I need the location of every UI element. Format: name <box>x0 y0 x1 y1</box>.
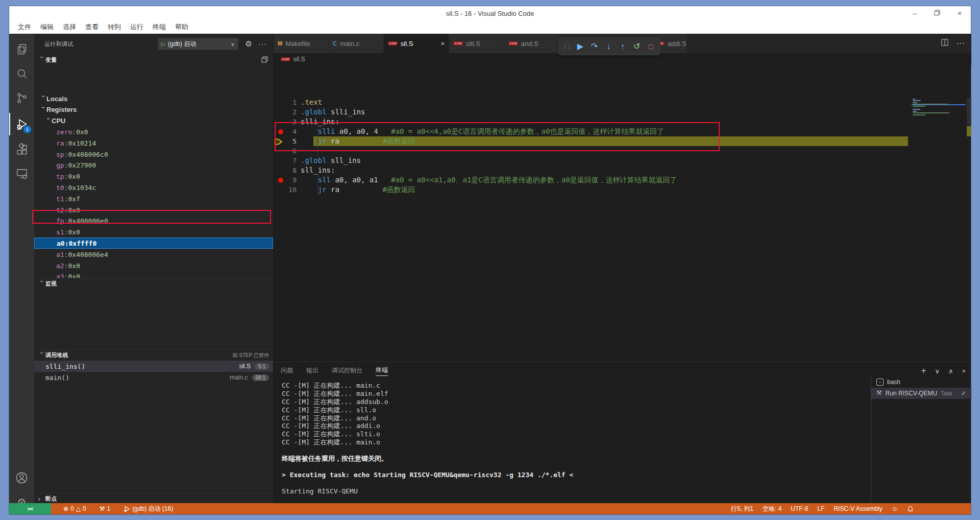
code-line-10[interactable]: 10 jr ra #函数返回 <box>274 185 971 195</box>
split-editor-icon[interactable] <box>941 39 948 48</box>
tab-sll-S[interactable]: ASMsll.S× <box>384 34 449 53</box>
menu-item-0[interactable]: 文件 <box>13 22 36 32</box>
callstack-section-header[interactable]: › 调用堆栈 因 STEP 已暂停 <box>34 349 273 361</box>
terminal-list-item-bash[interactable]: ›bash <box>871 376 971 388</box>
debug-session-status[interactable]: (gdb) 启动 (16) <box>124 505 173 513</box>
indentation[interactable]: 空格: 4 <box>763 505 781 513</box>
variables-section-header[interactable]: › 变量 <box>34 54 273 65</box>
explorer-icon[interactable] <box>9 38 34 60</box>
code-area[interactable]: 1.text2.globl slli_ins3slli_ins:4 slli a… <box>274 65 971 362</box>
eol[interactable]: LF <box>817 505 824 512</box>
code-line-3[interactable]: 3slli_ins: <box>274 117 971 127</box>
continue-button[interactable]: ▶ <box>574 42 586 51</box>
register-row-t1[interactable]: t1: 0xf <box>34 193 273 204</box>
register-row-gp[interactable]: gp: 0x27900 <box>34 160 273 171</box>
menu-item-6[interactable]: 终端 <box>148 22 170 32</box>
code-line-5[interactable]: 5 jr ra #函数返回 <box>274 136 971 146</box>
breakpoint-icon[interactable] <box>278 129 283 134</box>
tab-slti-S[interactable]: ASMslti.S <box>449 34 504 53</box>
register-name: a0: <box>57 240 68 247</box>
register-row-a1[interactable]: a1: 0x408006e4 <box>34 249 273 260</box>
cursor-position[interactable]: 行5, 列1 <box>731 505 753 513</box>
token: sll_ins <box>327 156 361 164</box>
tab-Makefile[interactable]: MMakefile <box>274 34 329 53</box>
panel-tab-0[interactable]: 问题 <box>281 366 293 376</box>
run-debug-icon[interactable]: 1 <box>9 113 34 135</box>
minimize-button[interactable]: – <box>903 9 926 17</box>
menu-item-5[interactable]: 运行 <box>126 22 148 32</box>
step-out-button[interactable]: ↑ <box>617 42 629 51</box>
token: slli_ins <box>327 108 365 116</box>
code-line-9[interactable]: 9 sll a0, a0, a1 #a0 = a0<<a1,a0、a1是C语言调… <box>274 175 971 185</box>
tab-and-S[interactable]: ASMand.S <box>504 34 559 53</box>
register-row-sp[interactable]: sp: 0x408006c0 <box>34 149 273 160</box>
menu-item-4[interactable]: 转到 <box>103 22 126 32</box>
code-line-4[interactable]: 4 slli a0, a0, 4 #a0 = a0<<4,a0是C语言调用者传递… <box>274 127 971 136</box>
tab-close-icon[interactable]: × <box>440 40 445 48</box>
tasks-status[interactable]: ⚒1 <box>100 505 110 512</box>
register-row-zero[interactable]: zero: 0x0 <box>34 126 273 137</box>
remote-indicator[interactable]: >< <box>9 503 51 514</box>
problems-status[interactable]: ⊗0 △0 <box>63 505 86 512</box>
stack-frame-0[interactable]: slli_ins()sll.S5:1 <box>34 361 273 372</box>
sidebar-more-actions-icon[interactable]: ··· <box>258 40 267 48</box>
breakpoint-icon[interactable] <box>278 178 283 183</box>
register-row-t2[interactable]: t2: 0x0 <box>34 204 273 216</box>
source-control-icon[interactable] <box>9 87 34 109</box>
restore-button[interactable] <box>926 9 948 17</box>
panel-tab-1[interactable]: 输出 <box>306 366 318 376</box>
tree-item-cpu[interactable]: ›CPU <box>34 115 273 127</box>
register-row-a2[interactable]: a2: 0x0 <box>34 260 273 271</box>
terminal-dropdown-icon[interactable]: ∨ <box>935 367 940 375</box>
register-row-a0[interactable]: a0: 0xffff0 <box>34 238 273 249</box>
step-into-button[interactable]: ↓ <box>602 42 615 51</box>
code-line-7[interactable]: 7.globl sll_ins <box>274 156 971 166</box>
launch-config-dropdown[interactable]: ▷ (gdb) 启动 ∨ <box>158 38 238 50</box>
collapse-all-icon[interactable] <box>261 56 268 64</box>
start-debug-icon[interactable]: ▷ <box>161 41 165 48</box>
tab-main-c[interactable]: Cmain.c <box>329 34 384 53</box>
register-row-s1[interactable]: s1: 0x0 <box>34 227 273 238</box>
search-icon[interactable] <box>9 62 34 85</box>
close-button[interactable]: × <box>948 9 971 17</box>
panel-tab-3[interactable]: 终端 <box>376 366 388 376</box>
maximize-panel-icon[interactable]: ∧ <box>948 367 953 375</box>
menu-item-7[interactable]: 帮助 <box>170 22 193 32</box>
menu-item-2[interactable]: 选择 <box>58 22 81 32</box>
breakpoints-section-header[interactable]: › 断点 <box>34 493 273 503</box>
register-row-fp[interactable]: fp: 0x408006e0 <box>34 216 273 227</box>
encoding[interactable]: UTF-8 <box>791 505 808 512</box>
register-row-t0[interactable]: t0: 0x1034c <box>34 182 273 193</box>
terminal-output[interactable]: CC -[M] 正在构建... main.cCC -[M] 正在构建... ma… <box>282 382 864 495</box>
step-over-button[interactable]: ↷ <box>589 42 601 51</box>
terminal-list-item-Run-RISCV-QEMU[interactable]: ⚒Run RISCV-QEMUTask✓ <box>871 388 971 399</box>
register-row-tp[interactable]: tp: 0x0 <box>34 171 273 182</box>
account-icon[interactable] <box>9 466 34 489</box>
code-line-2[interactable]: 2.globl slli_ins <box>274 107 971 117</box>
tree-item-locals[interactable]: ›Locals <box>34 93 273 104</box>
stack-frame-1[interactable]: main()main.c58:1 <box>34 372 273 383</box>
language-mode[interactable]: RISC-V Assembly <box>834 505 882 512</box>
extensions-icon[interactable] <box>9 138 34 161</box>
code-line-6[interactable]: 6 <box>274 146 971 156</box>
line-number: 9 <box>274 175 297 185</box>
code-line-8[interactable]: 8sll_ins: <box>274 166 971 175</box>
debug-settings-gear-icon[interactable]: ⚙ <box>246 39 252 49</box>
code-line-1[interactable]: 1.text <box>274 98 971 107</box>
close-panel-icon[interactable]: × <box>962 367 966 375</box>
toolbar-grip-icon[interactable]: ⋮⋮ <box>562 43 571 50</box>
stop-button[interactable]: □ <box>645 43 657 50</box>
tree-item-registers[interactable]: ›Registers <box>34 104 273 115</box>
menu-item-3[interactable]: 查看 <box>81 22 103 32</box>
notifications-bell-icon[interactable] <box>907 506 914 512</box>
watch-section-header[interactable]: › 监视 <box>34 278 273 289</box>
feedback-icon[interactable]: ☺ <box>892 505 898 512</box>
restart-button[interactable]: ↺ <box>631 42 643 51</box>
new-terminal-icon[interactable]: + <box>921 366 926 375</box>
register-row-a3[interactable]: a3: 0x0 <box>34 271 273 278</box>
menu-item-1[interactable]: 编辑 <box>36 22 58 32</box>
remote-explorer-icon[interactable] <box>9 162 34 185</box>
panel-tab-2[interactable]: 调试控制台 <box>332 366 362 376</box>
editor-more-actions-icon[interactable]: ··· <box>957 39 965 48</box>
register-row-ra[interactable]: ra: 0x10214 <box>34 137 273 149</box>
